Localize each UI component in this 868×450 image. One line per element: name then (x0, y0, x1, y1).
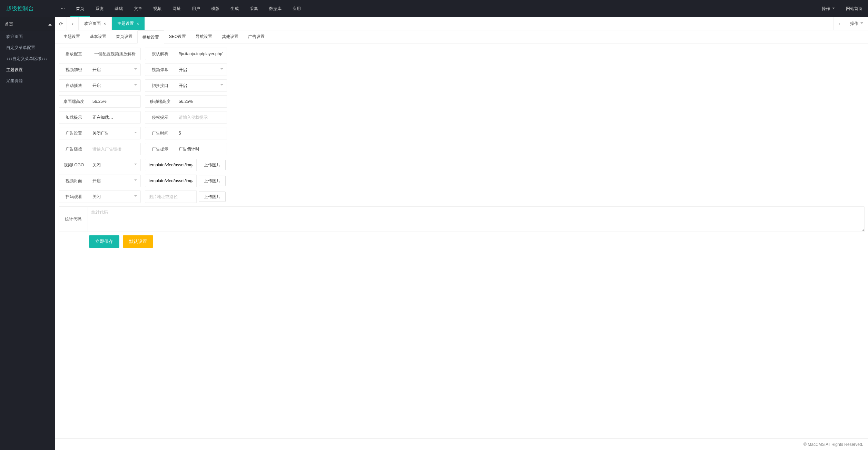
video-logo-upload-button[interactable]: 上传图片 (199, 160, 226, 170)
label-infringe-tip: 侵权提示 (145, 111, 175, 124)
tab-basic[interactable]: 基本设置 (85, 30, 111, 43)
sidebar-item-custom-menu-zone[interactable]: ↓↓↓自定义菜单区域↓↓↓ (0, 53, 55, 64)
nav-home[interactable]: 首页 (70, 0, 90, 17)
tab-ad[interactable]: 广告设置 (243, 30, 269, 43)
tab-theme[interactable]: 主题设置 (59, 30, 85, 43)
chevron-down-icon (134, 179, 137, 182)
sidebar-item-custom-menu[interactable]: 自定义菜单配置 (0, 42, 55, 53)
tab-other[interactable]: 其他设置 (217, 30, 243, 43)
logo: 超级控制台 (0, 5, 55, 12)
sidebar-group-home[interactable]: 首页 (0, 17, 55, 31)
close-icon[interactable]: × (103, 21, 106, 26)
header-right: 操作 网站首页 (816, 0, 868, 17)
video-logo-select[interactable]: 关闭 (89, 159, 141, 171)
tab-next-icon[interactable]: › (833, 17, 845, 30)
default-parse-input[interactable] (175, 48, 227, 60)
page-tab-label: 欢迎页面 (84, 21, 101, 27)
loading-tip-input[interactable] (89, 111, 141, 124)
nav-collect[interactable]: 采集 (244, 0, 264, 17)
sidebar-group-label: 首页 (5, 22, 13, 27)
nav-database[interactable]: 数据库 (264, 0, 287, 17)
nav-url[interactable]: 网址 (167, 0, 186, 17)
settings-tabs: 主题设置 基本设置 首页设置 播放设置 SEO设置 导航设置 其他设置 广告设置 (55, 30, 868, 43)
sidebar-item-collect[interactable]: 采集资源 (0, 75, 55, 86)
page-tab-welcome[interactable]: 欢迎页面 × (79, 17, 112, 30)
nav-basic[interactable]: 基础 (109, 0, 128, 17)
tab-nav[interactable]: 导航设置 (191, 30, 217, 43)
video-popup-select[interactable]: 开启 (175, 63, 227, 76)
nav-video[interactable]: 视频 (148, 0, 167, 17)
tab-play[interactable]: 播放设置 (137, 30, 164, 43)
one-click-config-button[interactable]: 一键配置视频播放解析 (89, 48, 141, 60)
top-nav: ⋯ 首页 系统 基础 文章 视频 网址 用户 模版 生成 采集 数据库 应用 (55, 0, 816, 17)
tab-index[interactable]: 首页设置 (111, 30, 137, 43)
chevron-down-icon (832, 8, 835, 10)
video-encrypt-select[interactable]: 开启 (89, 63, 141, 76)
sidebar-item-welcome[interactable]: 欢迎页面 (0, 31, 55, 42)
label-ad-link: 广告链接 (59, 143, 89, 155)
chevron-down-icon (860, 22, 863, 25)
label-video-cover: 视频封面 (59, 175, 89, 187)
chevron-down-icon (220, 68, 223, 71)
header-ops[interactable]: 操作 (816, 0, 840, 17)
nav-more-icon[interactable]: ⋯ (55, 0, 70, 17)
chevron-down-icon (134, 195, 137, 198)
label-stat-code: 统计代码 (59, 206, 88, 232)
chevron-down-icon (134, 164, 137, 166)
footer: © MacCMS All Rights Reserved. (55, 438, 868, 450)
video-cover-select[interactable]: 开启 (89, 175, 141, 187)
scan-watch-select[interactable]: 关闭 (89, 190, 141, 203)
label-ad-tip: 广告提示 (145, 143, 175, 155)
chevron-down-icon (220, 84, 223, 87)
label-desktop-height: 桌面端高度 (59, 95, 89, 108)
ad-time-input[interactable] (175, 127, 227, 139)
desktop-height-input[interactable] (89, 95, 141, 108)
label-auto-play: 自动播放 (59, 79, 89, 92)
mobile-height-input[interactable] (175, 95, 227, 108)
sidebar-item-theme[interactable]: 主题设置 (0, 64, 55, 75)
label-play-config: 播放配置 (59, 48, 89, 60)
video-logo-path-input[interactable] (145, 159, 197, 171)
label-ad-time: 广告时间 (145, 127, 175, 139)
copyright: © MacCMS All Rights Reserved. (803, 442, 863, 447)
nav-app[interactable]: 应用 (287, 0, 306, 17)
chevron-down-icon (134, 84, 137, 87)
scan-path-input[interactable] (145, 190, 197, 203)
page-tab-label: 主题设置 (117, 21, 134, 27)
chevron-up-icon (48, 22, 52, 26)
tab-ops[interactable]: 操作 (845, 17, 868, 30)
ad-link-input[interactable] (89, 143, 141, 155)
label-switch-interface: 切换接口 (145, 79, 175, 92)
label-mobile-height: 移动端高度 (145, 95, 175, 108)
tab-seo[interactable]: SEO设置 (164, 30, 191, 43)
header-site-home[interactable]: 网站首页 (840, 0, 868, 17)
auto-play-select[interactable]: 开启 (89, 79, 141, 92)
switch-interface-select[interactable]: 开启 (175, 79, 227, 92)
ad-setting-select[interactable]: 关闭广告 (89, 127, 141, 139)
nav-generate[interactable]: 生成 (225, 0, 244, 17)
label-scan-watch: 扫码观看 (59, 190, 89, 203)
chevron-down-icon (134, 132, 137, 135)
label-video-popup: 视频弹幕 (145, 63, 175, 76)
reset-button[interactable]: 默认设置 (123, 235, 153, 248)
video-cover-upload-button[interactable]: 上传图片 (199, 176, 226, 186)
infringe-tip-input[interactable] (175, 111, 227, 124)
save-button[interactable]: 立即保存 (89, 235, 119, 248)
nav-article[interactable]: 文章 (128, 0, 148, 17)
page-tab-theme[interactable]: 主题设置 × (112, 17, 145, 30)
nav-system[interactable]: 系统 (90, 0, 109, 17)
stat-code-textarea[interactable] (88, 206, 865, 232)
tab-prev-icon[interactable]: ‹ (67, 17, 79, 30)
chevron-down-icon (134, 68, 137, 71)
form-content: 播放配置 一键配置视频播放解析 默认解析 视频加密 开启 视频弹幕 开启 (55, 43, 868, 438)
label-video-logo: 视频LOGO (59, 159, 89, 171)
nav-template[interactable]: 模版 (206, 0, 225, 17)
close-icon[interactable]: × (137, 21, 139, 26)
tab-refresh-icon[interactable]: ⟳ (55, 17, 67, 30)
label-video-encrypt: 视频加密 (59, 63, 89, 76)
video-cover-path-input[interactable] (145, 175, 197, 187)
scan-upload-button[interactable]: 上传图片 (199, 192, 226, 202)
nav-user[interactable]: 用户 (186, 0, 206, 17)
ad-tip-input[interactable] (175, 143, 227, 155)
header: 超级控制台 ⋯ 首页 系统 基础 文章 视频 网址 用户 模版 生成 采集 数据… (0, 0, 868, 17)
